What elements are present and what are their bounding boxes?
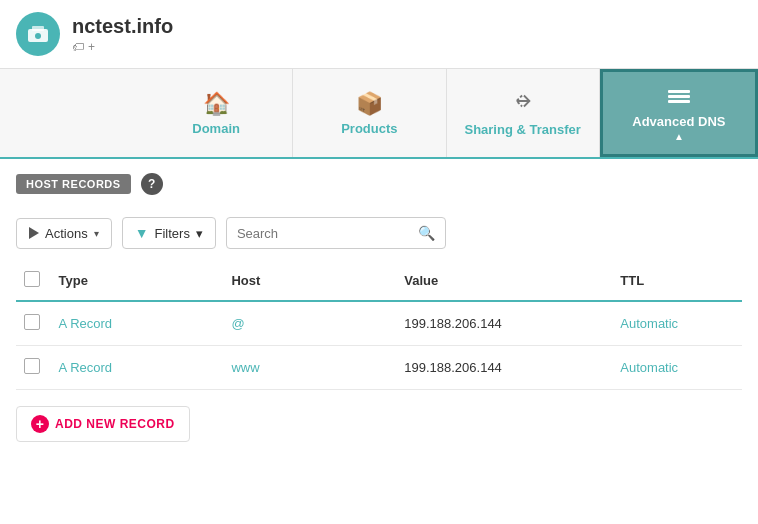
svg-point-2 xyxy=(35,33,41,39)
col-header-type: Type xyxy=(51,261,224,301)
filters-button[interactable]: ▼ Filters ▾ xyxy=(122,217,216,249)
row-check-2 xyxy=(16,346,51,390)
add-new-record-button[interactable]: + ADD NEW RECORD xyxy=(16,406,190,442)
col-header-value: Value xyxy=(396,261,612,301)
help-icon[interactable]: ? xyxy=(141,173,163,195)
tab-sharing-label: Sharing & Transfer xyxy=(464,122,580,137)
logo xyxy=(16,12,60,56)
products-icon: 📦 xyxy=(356,91,383,117)
svg-rect-4 xyxy=(668,95,690,98)
nav-tabs: 🏠 Domain 📦 Products Sharing & Transfer xyxy=(0,69,758,159)
row-host-1[interactable]: @ xyxy=(223,301,396,346)
nav-spacer xyxy=(0,69,140,157)
site-name: nctest.info xyxy=(72,15,173,38)
plus-tag[interactable]: + xyxy=(88,40,95,54)
actions-button[interactable]: Actions ▾ xyxy=(16,218,112,249)
tag-icon: 🏷 xyxy=(72,40,84,54)
site-sub: 🏷 + xyxy=(72,40,173,54)
tab-advanced-dns-label: Advanced DNS xyxy=(632,114,725,129)
filters-dropdown-icon: ▾ xyxy=(196,226,203,241)
row-ttl-1[interactable]: Automatic xyxy=(612,301,742,346)
tab-products[interactable]: 📦 Products xyxy=(293,69,446,157)
actions-dropdown-icon: ▾ xyxy=(94,228,99,239)
col-header-host: Host xyxy=(223,261,396,301)
tab-products-label: Products xyxy=(341,121,397,136)
col-header-ttl: TTL xyxy=(612,261,742,301)
actions-label: Actions xyxy=(45,226,88,241)
row-check-1 xyxy=(16,301,51,346)
sharing-icon xyxy=(512,90,534,118)
svg-rect-5 xyxy=(668,100,690,103)
host-records-badge: HOST RECORDS xyxy=(16,174,131,194)
tab-advanced-dns[interactable]: Advanced DNS xyxy=(600,69,758,157)
search-input[interactable] xyxy=(237,226,418,241)
row-checkbox-1[interactable] xyxy=(24,314,40,330)
records-table: Type Host Value TTL A Record @ 199.188.2… xyxy=(0,261,758,390)
domain-icon: 🏠 xyxy=(203,91,230,117)
advanced-dns-icon xyxy=(668,84,690,110)
filters-label: Filters xyxy=(155,226,190,241)
row-value-2: 199.188.206.144 xyxy=(396,346,612,390)
search-box: 🔍 xyxy=(226,217,446,249)
toolbar: Actions ▾ ▼ Filters ▾ 🔍 xyxy=(0,209,758,261)
row-value-1: 199.188.206.144 xyxy=(396,301,612,346)
table-row: A Record @ 199.188.206.144 Automatic xyxy=(16,301,742,346)
site-info: nctest.info 🏷 + xyxy=(72,15,173,54)
search-icon: 🔍 xyxy=(418,225,435,241)
row-type-2[interactable]: A Record xyxy=(51,346,224,390)
page-header: nctest.info 🏷 + xyxy=(0,0,758,69)
svg-rect-3 xyxy=(668,90,690,93)
row-ttl-2[interactable]: Automatic xyxy=(612,346,742,390)
select-all-checkbox[interactable] xyxy=(24,271,40,287)
plus-icon: + xyxy=(31,415,49,433)
add-record-label: ADD NEW RECORD xyxy=(55,417,175,431)
tab-domain-label: Domain xyxy=(192,121,240,136)
table-row: A Record www 199.188.206.144 Automatic xyxy=(16,346,742,390)
section-header: HOST RECORDS ? xyxy=(0,159,758,209)
tab-domain[interactable]: 🏠 Domain xyxy=(140,69,293,157)
filter-icon: ▼ xyxy=(135,225,149,241)
play-icon xyxy=(29,227,39,239)
row-type-1[interactable]: A Record xyxy=(51,301,224,346)
row-checkbox-2[interactable] xyxy=(24,358,40,374)
add-record-bar: + ADD NEW RECORD xyxy=(0,390,758,458)
col-header-check xyxy=(16,261,51,301)
tab-sharing-transfer[interactable]: Sharing & Transfer xyxy=(447,69,600,157)
row-host-2[interactable]: www xyxy=(223,346,396,390)
svg-rect-1 xyxy=(32,26,44,31)
